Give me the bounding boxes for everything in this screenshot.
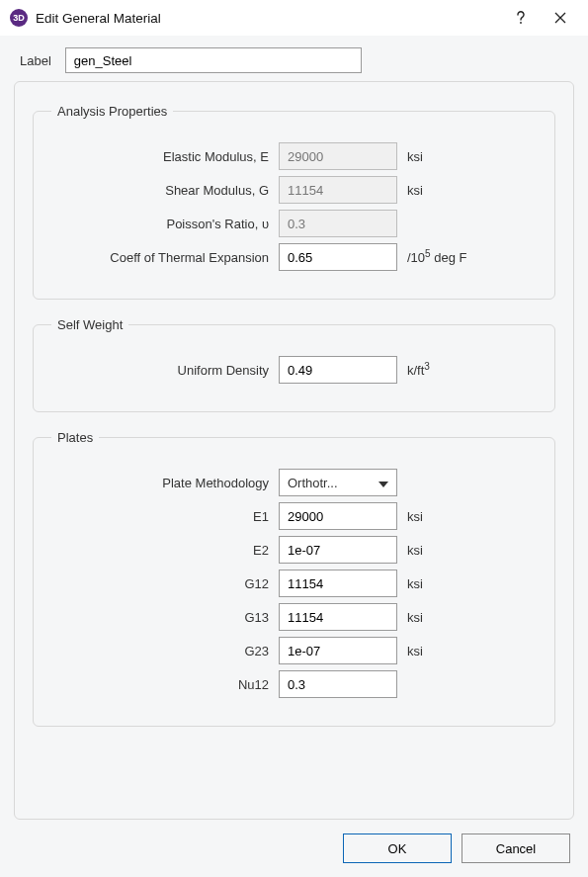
methodology-row: Plate Methodology Orthotr... xyxy=(51,469,537,496)
g12-label: G12 xyxy=(51,576,269,591)
g13-row: G13 ksi xyxy=(51,603,537,631)
e1-label: E1 xyxy=(51,509,269,524)
titlebar: 3D Edit General Material xyxy=(0,0,588,36)
e1-input[interactable] xyxy=(279,502,397,530)
e1-unit: ksi xyxy=(407,509,496,524)
help-button[interactable] xyxy=(501,3,541,33)
nu12-row: Nu12 xyxy=(51,670,537,698)
dialog-buttons: OK Cancel xyxy=(14,820,574,863)
elastic-modulus-row: Elastic Modulus, E ksi xyxy=(51,142,537,170)
thermal-unit: /105 deg F xyxy=(407,248,496,265)
g13-input[interactable] xyxy=(279,603,397,631)
plates-group: Plates Plate Methodology Orthotr... E1 k… xyxy=(33,430,555,727)
methodology-select[interactable]: Orthotr... xyxy=(279,469,397,496)
density-input[interactable] xyxy=(279,356,397,384)
elastic-modulus-label: Elastic Modulus, E xyxy=(51,149,269,164)
density-row: Uniform Density k/ft3 xyxy=(51,356,537,384)
shear-modulus-unit: ksi xyxy=(407,183,496,198)
elastic-modulus-input xyxy=(279,142,397,170)
poisson-input xyxy=(279,210,397,237)
nu12-input[interactable] xyxy=(279,670,397,698)
e2-unit: ksi xyxy=(407,543,496,558)
window-title: Edit General Material xyxy=(36,11,501,26)
ok-button[interactable]: OK xyxy=(343,833,452,863)
thermal-input[interactable] xyxy=(279,243,397,271)
thermal-label: Coeff of Thermal Expansion xyxy=(51,250,269,265)
g13-label: G13 xyxy=(51,610,269,625)
nu12-label: Nu12 xyxy=(51,677,269,692)
shear-modulus-input xyxy=(279,176,397,204)
thermal-row: Coeff of Thermal Expansion /105 deg F xyxy=(51,243,537,271)
self-weight-group: Self Weight Uniform Density k/ft3 xyxy=(33,317,555,412)
shear-modulus-label: Shear Modulus, G xyxy=(51,183,269,198)
label-text: Label xyxy=(20,53,51,68)
chevron-down-icon xyxy=(378,476,388,490)
g23-unit: ksi xyxy=(407,644,496,658)
e2-label: E2 xyxy=(51,543,269,558)
poisson-row: Poisson's Ratio, υ xyxy=(51,210,537,237)
dialog-body: Label Analysis Properties Elastic Modulu… xyxy=(0,36,588,877)
label-row: Label xyxy=(14,44,574,81)
g12-row: G12 ksi xyxy=(51,570,537,597)
e2-row: E2 ksi xyxy=(51,536,537,564)
e1-row: E1 ksi xyxy=(51,502,537,530)
poisson-label: Poisson's Ratio, υ xyxy=(51,217,269,231)
g23-label: G23 xyxy=(51,644,269,658)
label-input[interactable] xyxy=(65,47,362,73)
self-weight-legend: Self Weight xyxy=(51,317,128,332)
methodology-value: Orthotr... xyxy=(288,476,338,490)
svg-point-0 xyxy=(520,22,522,24)
methodology-label: Plate Methodology xyxy=(51,476,269,490)
cancel-button[interactable]: Cancel xyxy=(462,833,570,863)
density-unit: k/ft3 xyxy=(407,361,496,378)
g12-input[interactable] xyxy=(279,570,397,597)
main-panel: Analysis Properties Elastic Modulus, E k… xyxy=(14,81,574,820)
plates-legend: Plates xyxy=(51,430,99,445)
elastic-modulus-unit: ksi xyxy=(407,149,496,164)
shear-modulus-row: Shear Modulus, G ksi xyxy=(51,176,537,204)
g23-row: G23 ksi xyxy=(51,637,537,664)
g23-input[interactable] xyxy=(279,637,397,664)
analysis-legend: Analysis Properties xyxy=(51,104,173,119)
g12-unit: ksi xyxy=(407,576,496,591)
app-icon: 3D xyxy=(10,9,28,27)
e2-input[interactable] xyxy=(279,536,397,564)
g13-unit: ksi xyxy=(407,610,496,625)
density-label: Uniform Density xyxy=(51,363,269,378)
analysis-properties-group: Analysis Properties Elastic Modulus, E k… xyxy=(33,104,555,300)
close-button[interactable] xyxy=(541,3,580,33)
